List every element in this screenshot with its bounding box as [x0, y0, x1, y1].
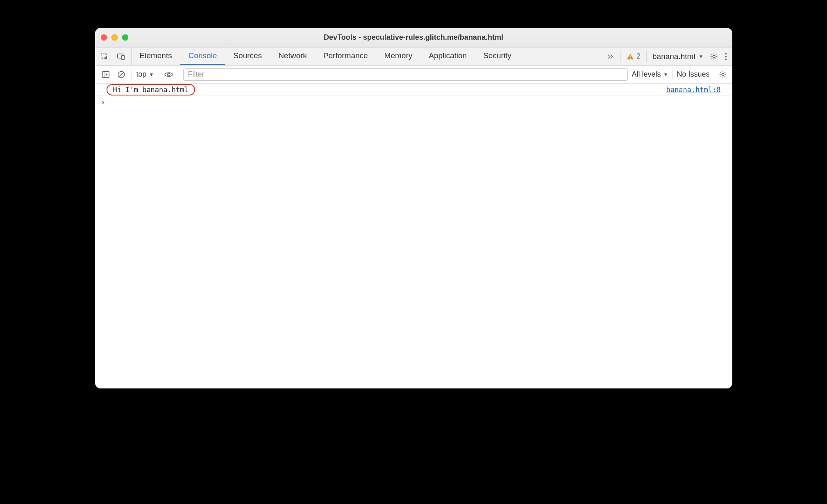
- tab-label: Sources: [233, 51, 262, 60]
- console-log-row[interactable]: Hi I'm banana.html banana.html:8: [95, 84, 732, 96]
- issues-label: No Issues: [677, 70, 709, 78]
- console-toolbar: top ▼ All levels ▼ No Issues: [95, 66, 732, 84]
- separator: [646, 51, 647, 62]
- tab-label: Elements: [140, 51, 172, 60]
- chevron-down-icon: ▼: [149, 72, 154, 77]
- chevron-down-icon: ▼: [663, 72, 668, 77]
- chevron-down-icon: ▼: [699, 54, 704, 59]
- gear-icon: [718, 70, 727, 79]
- live-expression-button[interactable]: [163, 69, 175, 80]
- issues-link[interactable]: No Issues: [677, 70, 709, 79]
- svg-rect-4: [630, 58, 631, 59]
- prompt-caret-icon: ›: [102, 98, 105, 107]
- js-context-selector[interactable]: top ▼: [136, 70, 155, 79]
- panel-tabs-bar: Elements Console Sources Network Perform…: [95, 48, 732, 66]
- console-log-message: Hi I'm banana.html: [107, 84, 195, 95]
- console-output: Hi I'm banana.html banana.html:8 ›: [95, 84, 732, 388]
- zoom-window-button[interactable]: [122, 34, 128, 41]
- svg-rect-9: [102, 71, 109, 77]
- window-title: DevTools - speculative-rules.glitch.me/b…: [95, 33, 732, 42]
- close-window-button[interactable]: [101, 34, 107, 41]
- gear-icon: [709, 52, 718, 61]
- separator: [179, 70, 179, 79]
- separator: [714, 70, 714, 79]
- device-toolbar-icon[interactable]: [116, 52, 125, 61]
- tab-application[interactable]: Application: [420, 48, 475, 65]
- levels-label: All levels: [632, 70, 661, 79]
- svg-line-12: [119, 72, 123, 77]
- toolbar-left-icons: [95, 48, 132, 65]
- tab-console[interactable]: Console: [180, 48, 225, 65]
- tab-label: Performance: [323, 51, 368, 60]
- tab-label: Console: [189, 51, 217, 60]
- console-settings-button[interactable]: [718, 70, 727, 79]
- warning-icon: [627, 53, 634, 60]
- clear-console-button[interactable]: [116, 69, 127, 80]
- separator: [620, 51, 621, 62]
- kebab-icon: [724, 52, 727, 61]
- toolbar-right: 2 banana.html ▼: [606, 48, 732, 65]
- tab-sources[interactable]: Sources: [225, 48, 270, 65]
- svg-point-6: [725, 53, 727, 54]
- tab-network[interactable]: Network: [270, 48, 315, 65]
- eye-icon: [164, 71, 174, 78]
- svg-rect-2: [121, 55, 124, 59]
- tab-label: Memory: [384, 51, 413, 60]
- sidebar-toggle-icon: [101, 70, 110, 79]
- svg-point-14: [722, 73, 724, 76]
- warning-count: 2: [636, 52, 641, 61]
- context-label: top: [136, 70, 147, 79]
- console-filter-input[interactable]: [183, 68, 627, 81]
- separator: [672, 70, 673, 79]
- tab-performance[interactable]: Performance: [315, 48, 376, 65]
- svg-rect-3: [630, 55, 631, 57]
- log-levels-selector[interactable]: All levels ▼: [632, 70, 668, 79]
- tab-security[interactable]: Security: [475, 48, 520, 65]
- titlebar: DevTools - speculative-rules.glitch.me/b…: [95, 28, 732, 48]
- more-options-button[interactable]: [724, 52, 727, 61]
- tab-label: Application: [429, 51, 467, 60]
- devtools-window: DevTools - speculative-rules.glitch.me/b…: [95, 28, 732, 388]
- svg-point-13: [168, 73, 170, 75]
- tabs-overflow-button[interactable]: [606, 52, 615, 61]
- target-selector[interactable]: banana.html ▼: [652, 52, 703, 61]
- svg-point-8: [725, 59, 727, 60]
- separator: [159, 70, 159, 79]
- minimize-window-button[interactable]: [111, 34, 118, 41]
- console-log-source-link[interactable]: banana.html:8: [666, 86, 720, 94]
- inspect-element-icon[interactable]: [100, 52, 109, 61]
- tab-label: Network: [278, 51, 307, 60]
- svg-point-7: [725, 56, 727, 57]
- toggle-console-sidebar-button[interactable]: [100, 69, 111, 80]
- traffic-lights: [101, 34, 128, 41]
- tab-label: Security: [483, 51, 511, 60]
- target-label: banana.html: [652, 52, 695, 61]
- panel-tabs: Elements Console Sources Network Perform…: [132, 48, 520, 65]
- tab-elements[interactable]: Elements: [132, 48, 180, 65]
- svg-point-5: [713, 55, 715, 58]
- console-prompt[interactable]: ›: [95, 96, 732, 108]
- settings-button[interactable]: [709, 52, 718, 61]
- tab-memory[interactable]: Memory: [376, 48, 421, 65]
- separator: [131, 70, 132, 79]
- clear-icon: [117, 70, 126, 79]
- warnings-indicator[interactable]: 2: [627, 52, 641, 61]
